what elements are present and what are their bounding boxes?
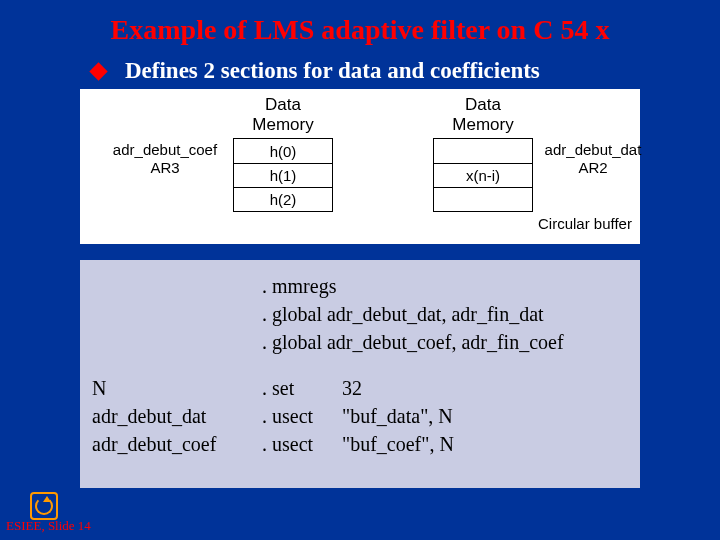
return-icon (30, 492, 58, 520)
code-row: . global adr_debut_dat, adr_fin_dat (88, 300, 632, 328)
code-directive: . global adr_debut_dat, adr_fin_dat (258, 300, 632, 328)
pointer-label-right: adr_debut_dat AR2 (538, 141, 648, 177)
memory-cell (434, 187, 532, 211)
code-panel: . mmregs . global adr_debut_dat, adr_fin… (80, 260, 640, 488)
code-arg: 32 (338, 374, 632, 402)
memory-cell: h(2) (234, 187, 332, 211)
memory-col-left: Data Memory h(0) h(1) h(2) (233, 95, 333, 212)
memory-header-left: Data Memory (233, 95, 333, 134)
code-row: . mmregs (88, 272, 632, 300)
memory-cell: x(n-i) (434, 163, 532, 187)
pointer-register-text: AR3 (100, 159, 230, 177)
diagram-panel: Data Memory h(0) h(1) h(2) Data Memory x… (80, 89, 640, 244)
code-directive: . mmregs (258, 272, 632, 300)
code-row: . global adr_debut_coef, adr_fin_coef (88, 328, 632, 356)
code-arg: "buf_data", N (338, 402, 632, 430)
memory-box-left: h(0) h(1) h(2) (233, 138, 333, 212)
code-row: adr_debut_dat . usect "buf_data", N (88, 402, 632, 430)
code-arg: "buf_coef", N (338, 430, 632, 458)
memory-header-right: Data Memory (433, 95, 533, 134)
pointer-label-text: adr_debut_coef (100, 141, 230, 159)
code-table: . mmregs . global adr_debut_dat, adr_fin… (88, 272, 632, 458)
code-directive: . global adr_debut_coef, adr_fin_coef (258, 328, 632, 356)
pointer-label-left: adr_debut_coef AR3 (100, 141, 230, 177)
code-row: adr_debut_coef . usect "buf_coef", N (88, 430, 632, 458)
code-directive: . usect (258, 430, 338, 458)
code-directive: . usect (258, 402, 338, 430)
bullet-diamond-icon (89, 62, 107, 80)
footer-text: ESIEE, Slide 14 (6, 518, 91, 534)
code-label: adr_debut_coef (88, 430, 258, 458)
code-label: N (88, 374, 258, 402)
slide-subtitle: Defines 2 sections for data and coeffici… (125, 58, 540, 84)
memory-cell: h(1) (234, 163, 332, 187)
memory-cell: h(0) (234, 139, 332, 163)
pointer-register-text: AR2 (538, 159, 648, 177)
memory-box-right: x(n-i) (433, 138, 533, 212)
slide-title: Example of LMS adaptive filter on C 54 x (0, 0, 720, 46)
code-row: N . set 32 (88, 374, 632, 402)
code-directive: . set (258, 374, 338, 402)
circular-buffer-label: Circular buffer (538, 215, 632, 232)
memory-col-right: Data Memory x(n-i) (433, 95, 533, 212)
bullet-row: Defines 2 sections for data and coeffici… (92, 58, 720, 84)
memory-cell (434, 139, 532, 163)
pointer-label-text: adr_debut_dat (538, 141, 648, 159)
code-label: adr_debut_dat (88, 402, 258, 430)
